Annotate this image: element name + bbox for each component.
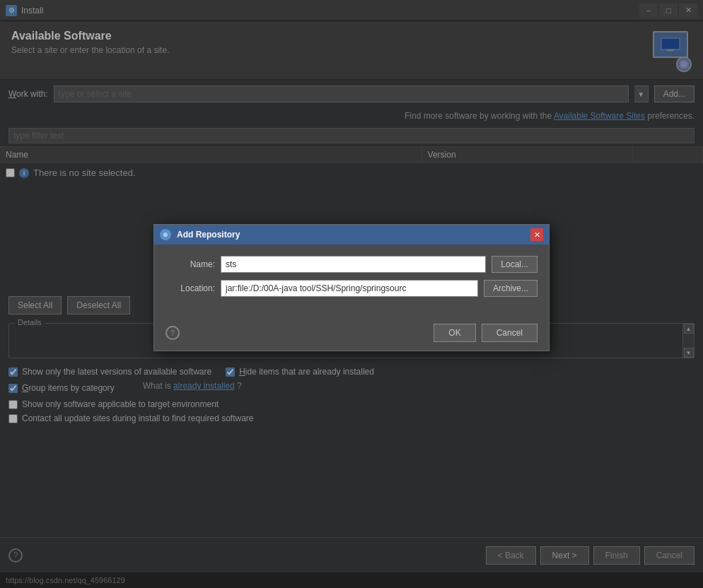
add-repository-dialog: ⊕ Add Repository ✕ Name: Local... Locati… [153, 224, 550, 351]
local-button[interactable]: Local... [492, 256, 538, 273]
name-label: Name: [165, 259, 215, 269]
modal-icon: ⊕ [160, 229, 171, 240]
ok-button[interactable]: OK [434, 324, 475, 342]
modal-help-icon[interactable]: ? [165, 326, 180, 340]
location-field-row: Location: Archive... [165, 280, 538, 297]
modal-body: Name: Local... Location: Archive... [154, 245, 549, 315]
modal-title-bar: ⊕ Add Repository ✕ [154, 225, 549, 245]
modal-footer-buttons: OK Cancel [185, 324, 538, 342]
modal-close-button[interactable]: ✕ [530, 228, 543, 241]
location-input[interactable] [221, 280, 478, 297]
modal-title: Add Repository [177, 230, 525, 240]
name-input[interactable] [221, 256, 486, 273]
modal-cancel-button[interactable]: Cancel [482, 324, 538, 342]
location-label: Location: [165, 283, 215, 293]
archive-button[interactable]: Archive... [484, 280, 538, 297]
name-field-row: Name: Local... [165, 256, 538, 273]
modal-footer: ? OK Cancel [154, 315, 549, 351]
